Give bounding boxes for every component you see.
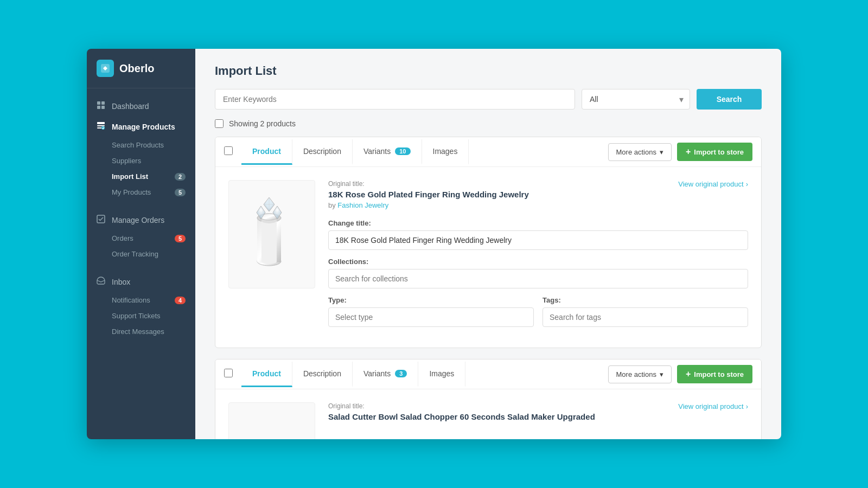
- select-wrapper: All Jewelry Electronics Kitchen: [582, 89, 690, 110]
- product-card-1-header: Product Description Variants 10 Images: [215, 137, 761, 167]
- product-1-checkbox[interactable]: [224, 146, 233, 155]
- product-2-tabs: Product Description Variants 3 Images: [241, 362, 599, 387]
- sidebar-logo: Oberlo: [87, 49, 195, 88]
- sidebar-item-manage-products[interactable]: Manage Products: [87, 117, 195, 137]
- import-list-badge: 2: [175, 173, 186, 181]
- svg-rect-3: [97, 106, 100, 109]
- sidebar-sub-my-products[interactable]: My Products 5: [87, 184, 195, 200]
- svg-rect-1: [97, 101, 100, 105]
- sidebar-sub-suppliers[interactable]: Suppliers: [87, 153, 195, 169]
- chevron-down-icon-2: ▾: [660, 370, 663, 378]
- orders-badge: 5: [175, 235, 186, 242]
- tags-input-1[interactable]: [542, 307, 748, 327]
- supplier-link-1[interactable]: Fashion Jewelry: [337, 201, 388, 209]
- sidebar-item-inbox-label: Inbox: [112, 278, 130, 286]
- notifications-badge: 4: [175, 297, 186, 304]
- sidebar-sub-orders[interactable]: Orders 5: [87, 230, 195, 246]
- sidebar: Oberlo Dashboard: [87, 49, 195, 439]
- product-2-actions: More actions ▾ + Import to store: [599, 359, 762, 389]
- sidebar-sub-direct-messages[interactable]: Direct Messages: [87, 324, 195, 339]
- product-1-image-svg: [239, 185, 304, 283]
- product-1-title-block: Original title: 18K Rose Gold Plated Fin…: [328, 180, 529, 218]
- select-all-checkbox[interactable]: [215, 119, 224, 128]
- view-original-link-2[interactable]: View original product ›: [678, 402, 748, 410]
- sidebar-item-dashboard[interactable]: Dashboard: [87, 96, 195, 117]
- tab-product-2-variants-badge: 3: [395, 370, 407, 377]
- sidebar-sub-search-products[interactable]: Search Products: [87, 137, 195, 153]
- product-1-more-actions-button[interactable]: More actions ▾: [608, 143, 672, 161]
- product-2-details: Original title: Salad Cutter Bowl Salad …: [328, 402, 748, 439]
- type-tags-row-1: Type: Tags:: [328, 296, 748, 335]
- inbox-icon: [97, 277, 106, 287]
- type-input-1[interactable]: [328, 307, 534, 327]
- plus-icon: +: [686, 147, 691, 157]
- tab-product-2-images[interactable]: Images: [418, 362, 465, 387]
- tab-product-1-product[interactable]: Product: [241, 139, 292, 165]
- product-2-top-row: Original title: Salad Cutter Bowl Salad …: [328, 402, 748, 423]
- product-2-checkbox-wrap: [215, 361, 241, 387]
- product-1-body: Original title: 18K Rose Gold Plated Fin…: [215, 167, 761, 348]
- tab-product-1-variants[interactable]: Variants 10: [353, 139, 422, 165]
- sidebar-item-manage-orders[interactable]: Manage Orders: [87, 210, 195, 230]
- svg-rect-5: [97, 122, 105, 124]
- sidebar-sub-order-tracking[interactable]: Order Tracking: [87, 246, 195, 262]
- chevron-right-icon-2: ›: [746, 402, 748, 410]
- app-container: Oberlo Dashboard: [87, 49, 781, 439]
- original-title-1: 18K Rose Gold Plated Finger Ring Wedding…: [328, 190, 529, 199]
- original-title-label-1: Original title:: [328, 180, 529, 188]
- product-2-checkbox[interactable]: [224, 369, 233, 377]
- sidebar-item-manage-orders-label: Manage Orders: [112, 216, 164, 224]
- product-2-more-actions-button[interactable]: More actions ▾: [608, 365, 672, 383]
- logo-text: Oberlo: [119, 62, 154, 75]
- sidebar-sub-notifications[interactable]: Notifications 4: [87, 292, 195, 308]
- tab-product-2-description[interactable]: Description: [292, 362, 353, 387]
- dashboard-icon: [97, 101, 106, 112]
- showing-label: Showing 2 products: [229, 119, 296, 128]
- product-1-checkbox-wrap: [215, 139, 241, 165]
- sidebar-sub-import-list[interactable]: Import List 2: [87, 169, 195, 184]
- sidebar-sub-support-tickets[interactable]: Support Tickets: [87, 308, 195, 324]
- sidebar-section-orders: Manage Orders Orders 5 Order Tracking: [87, 202, 195, 264]
- change-title-label-1: Change title:: [328, 219, 748, 227]
- type-col-1: Type:: [328, 296, 534, 335]
- tags-col-1: Tags:: [542, 296, 748, 335]
- sidebar-item-inbox[interactable]: Inbox: [87, 272, 195, 292]
- tab-product-2-variants[interactable]: Variants 3: [353, 362, 418, 387]
- svg-rect-14: [261, 221, 277, 262]
- search-button[interactable]: Search: [697, 89, 762, 110]
- tab-product-1-images[interactable]: Images: [422, 139, 469, 165]
- manage-orders-icon: [97, 215, 106, 226]
- product-1-details: Original title: 18K Rose Gold Plated Fin…: [328, 180, 748, 335]
- main-content: Import List All Jewelry Electronics Kitc…: [195, 49, 781, 439]
- svg-rect-4: [101, 106, 105, 109]
- chevron-down-icon: ▾: [660, 148, 663, 156]
- product-2-import-button[interactable]: + Import to store: [677, 365, 752, 383]
- product-card-1: Product Description Variants 10 Images: [215, 137, 762, 348]
- by-supplier-1: by Fashion Jewelry: [328, 201, 529, 209]
- tab-product-2-product[interactable]: Product: [241, 362, 292, 387]
- sidebar-item-dashboard-label: Dashboard: [112, 102, 149, 111]
- product-card-2: Product Description Variants 3 Images: [215, 359, 762, 439]
- product-2-image: [228, 402, 315, 439]
- sidebar-item-manage-products-label: Manage Products: [112, 123, 175, 131]
- product-1-top-row: Original title: 18K Rose Gold Plated Fin…: [328, 180, 748, 218]
- collections-label-1: Collections:: [328, 258, 748, 266]
- original-title-label-2: Original title:: [328, 402, 595, 410]
- category-select[interactable]: All Jewelry Electronics Kitchen: [582, 89, 690, 110]
- collections-input-1[interactable]: [328, 269, 748, 288]
- search-input[interactable]: [215, 89, 575, 110]
- sidebar-section-main: Dashboard Manage Products Search Product…: [87, 88, 195, 202]
- tags-label-1: Tags:: [542, 296, 748, 304]
- plus-icon-2: +: [686, 369, 691, 379]
- product-1-tabs: Product Description Variants 10 Images: [241, 139, 599, 165]
- product-2-body: Original title: Salad Cutter Bowl Salad …: [215, 389, 761, 439]
- view-original-link-1[interactable]: View original product ›: [678, 180, 748, 188]
- change-title-input-1[interactable]: [328, 230, 748, 250]
- tab-product-1-description[interactable]: Description: [292, 139, 353, 165]
- product-2-image-svg: [239, 408, 304, 439]
- original-title-2: Salad Cutter Bowl Salad Chopper 60 Secon…: [328, 412, 595, 421]
- svg-rect-2: [101, 101, 105, 105]
- product-2-title-block: Original title: Salad Cutter Bowl Salad …: [328, 402, 595, 423]
- product-1-import-button[interactable]: + Import to store: [677, 143, 752, 161]
- showing-products-row: Showing 2 products: [215, 119, 762, 128]
